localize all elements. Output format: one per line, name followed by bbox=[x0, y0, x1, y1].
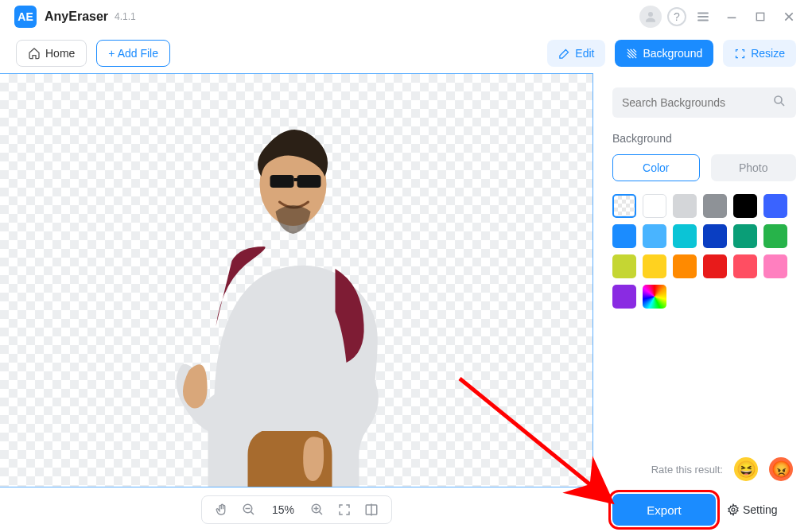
background-tab[interactable]: Background bbox=[615, 40, 713, 67]
swatch-emerald[interactable] bbox=[733, 224, 757, 248]
svg-point-12 bbox=[775, 96, 782, 103]
subject-image bbox=[152, 113, 414, 487]
rate-happy-icon[interactable]: 😆 bbox=[734, 457, 758, 481]
swatch-black[interactable] bbox=[733, 194, 757, 218]
svg-line-16 bbox=[251, 511, 254, 515]
svg-rect-9 bbox=[270, 175, 293, 188]
canvas[interactable] bbox=[0, 73, 593, 487]
maximize-icon[interactable] bbox=[748, 5, 772, 29]
app-logo: AE bbox=[14, 6, 37, 28]
swatch-purple[interactable] bbox=[612, 285, 636, 309]
hand-tool-icon[interactable] bbox=[215, 503, 229, 517]
zoom-in-icon[interactable] bbox=[310, 503, 324, 517]
swatch-green[interactable] bbox=[763, 224, 787, 248]
swatch-pink[interactable] bbox=[763, 254, 787, 278]
rate-label: Rate this result: bbox=[651, 464, 723, 476]
account-icon[interactable] bbox=[639, 5, 662, 29]
setting-label: Setting bbox=[743, 503, 778, 516]
minimize-icon[interactable] bbox=[720, 5, 744, 29]
svg-point-23 bbox=[732, 508, 735, 511]
swatch-gray[interactable] bbox=[703, 194, 727, 218]
color-swatches bbox=[612, 194, 796, 309]
swatch-orange[interactable] bbox=[673, 254, 697, 278]
background-label: Background bbox=[643, 47, 702, 60]
svg-rect-11 bbox=[293, 178, 298, 181]
svg-line-13 bbox=[781, 103, 784, 106]
help-icon[interactable]: ? bbox=[667, 7, 686, 26]
side-panel: Background Color Photo bbox=[593, 73, 812, 487]
menu-icon[interactable] bbox=[691, 5, 715, 29]
swatch-transparent[interactable] bbox=[612, 194, 636, 218]
swatch-navy[interactable] bbox=[703, 224, 727, 248]
edit-tab[interactable]: Edit bbox=[547, 40, 605, 67]
search-icon bbox=[772, 94, 787, 111]
home-button[interactable]: Home bbox=[16, 40, 87, 67]
app-name: AnyEraser bbox=[45, 10, 108, 24]
edit-label: Edit bbox=[575, 47, 594, 60]
title-bar: AE AnyEraser 4.1.1 ? bbox=[0, 0, 812, 33]
swatch-sky[interactable] bbox=[643, 224, 666, 248]
zoom-out-icon[interactable] bbox=[242, 503, 256, 517]
swatch-white[interactable] bbox=[643, 194, 666, 218]
close-icon[interactable] bbox=[777, 5, 801, 29]
add-file-button[interactable]: + Add File bbox=[96, 40, 170, 67]
background-section-label: Background bbox=[612, 132, 796, 145]
compare-icon[interactable] bbox=[364, 503, 379, 517]
swatch-yellow[interactable] bbox=[643, 254, 666, 278]
gear-icon bbox=[727, 503, 740, 516]
setting-link[interactable]: Setting bbox=[727, 503, 778, 516]
search-backgrounds[interactable] bbox=[612, 87, 796, 118]
rate-row: Rate this result: 😆 😡 bbox=[651, 457, 793, 481]
swatch-light-gray[interactable] bbox=[673, 194, 697, 218]
swatch-blue-500[interactable] bbox=[612, 224, 636, 248]
svg-rect-5 bbox=[756, 13, 763, 20]
home-label: Home bbox=[45, 47, 75, 60]
tab-color[interactable]: Color bbox=[612, 154, 700, 181]
resize-tab[interactable]: Resize bbox=[723, 40, 796, 67]
svg-rect-10 bbox=[297, 175, 321, 188]
export-button[interactable]: Export bbox=[612, 494, 716, 526]
top-toolbar: Home + Add File Edit Background Resize bbox=[0, 33, 812, 73]
swatch-red[interactable] bbox=[703, 254, 727, 278]
swatch-teal[interactable] bbox=[673, 224, 697, 248]
zoom-percent: 15% bbox=[269, 503, 297, 516]
swatch-coral[interactable] bbox=[733, 254, 757, 278]
swatch-custom-color[interactable] bbox=[643, 285, 666, 309]
tab-photo[interactable]: Photo bbox=[711, 154, 797, 181]
svg-line-20 bbox=[319, 511, 322, 515]
zoom-toolbar: 15% bbox=[0, 487, 593, 532]
search-input[interactable] bbox=[622, 96, 764, 109]
add-file-label: + Add File bbox=[108, 47, 158, 60]
rate-mad-icon[interactable]: 😡 bbox=[769, 457, 793, 481]
swatch-blue-600[interactable] bbox=[763, 194, 787, 218]
app-version: 4.1.1 bbox=[115, 11, 136, 22]
swatch-lime[interactable] bbox=[612, 254, 636, 278]
fit-screen-icon[interactable] bbox=[337, 503, 352, 517]
resize-label: Resize bbox=[751, 47, 785, 60]
svg-point-0 bbox=[648, 12, 653, 17]
